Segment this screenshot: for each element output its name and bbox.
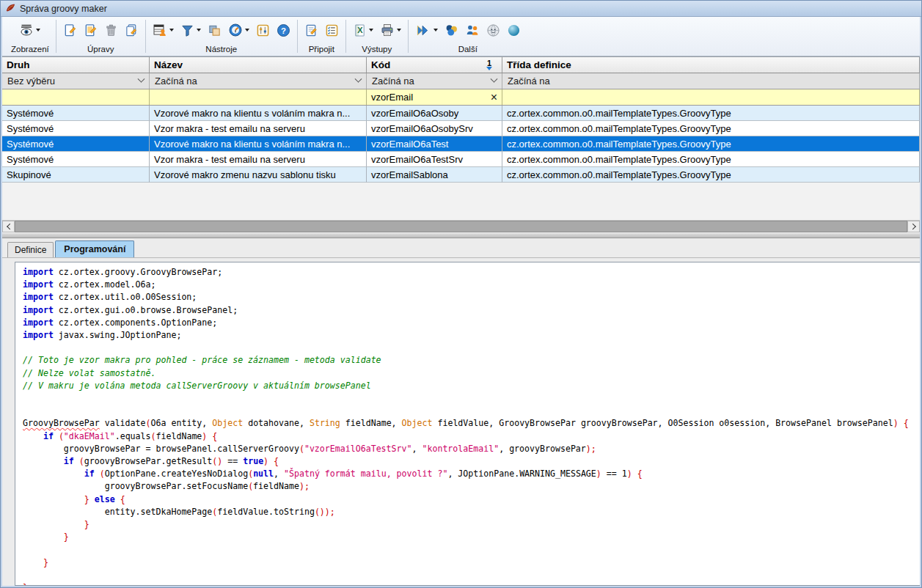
table-row[interactable]: SkupinovéVzorové makro zmenu nazvu sablo… [2, 167, 920, 183]
code-line [23, 392, 920, 405]
browse-settings-button[interactable] [153, 23, 174, 37]
scheduler-button[interactable] [228, 23, 249, 37]
table-cell[interactable]: cz.ortex.common.o0.mailTemplateTypes.Gro… [502, 136, 920, 152]
titlebar: Správa groovy maker [1, 1, 921, 17]
table-row[interactable]: SystémovéVzor makra - test emailu na ser… [2, 152, 920, 167]
table-cell[interactable]: Vzorové makro zmenu nazvu sablonu tisku [150, 167, 367, 183]
results-grid-body: SystémovéVzorové makro na klientu s volá… [2, 106, 920, 183]
table-cell[interactable]: Systémové [2, 106, 150, 121]
code-line: } [23, 556, 920, 569]
table-cell[interactable]: Skupinové [2, 167, 150, 183]
table-cell[interactable]: cz.ortex.common.o0.mailTemplateTypes.Gro… [502, 167, 920, 183]
table-cell[interactable]: cz.ortex.common.o0.mailTemplateTypes.Gro… [502, 152, 920, 167]
copy-record-button[interactable] [125, 23, 139, 37]
horizontal-scrollbar[interactable] [2, 220, 920, 232]
svg-text:X: X [357, 26, 363, 34]
sphere-button[interactable] [507, 23, 521, 37]
users-icon [465, 23, 480, 37]
more-chevrons-icon [415, 23, 431, 37]
tuning-button[interactable] [256, 23, 270, 37]
code-line: if (groovyBrowsePar.getResult() == true)… [23, 455, 920, 468]
table-cell[interactable]: Systémové [2, 136, 150, 152]
grid-header-row: Druh Název Kód 1 Třída definice [2, 57, 920, 73]
code-panel: import cz.ortex.groovy.GroovyBrowsePar;i… [2, 257, 920, 586]
new-record-button[interactable] [63, 23, 77, 37]
filter-button[interactable] [180, 23, 201, 37]
app-window: Správa groovy maker Zobrazení [0, 0, 922, 588]
toolbar-group-upravy: Úpravy [57, 18, 144, 55]
code-line: } [23, 518, 920, 531]
toolbar-group-pripojit: Připojit [299, 18, 345, 55]
dropdown-arrow-icon[interactable] [369, 29, 373, 32]
table-cell[interactable]: vzorEmailO6aOsoby [367, 106, 502, 121]
table-row[interactable]: SystémovéVzor makra - test emailu na ser… [2, 121, 920, 136]
table-cell[interactable]: Systémové [2, 152, 150, 167]
filter-combo-druh[interactable]: Bez výběru [2, 73, 150, 89]
excel-export-button[interactable]: X [353, 23, 373, 37]
table-cell[interactable]: vzorEmailO6aTestSrv [367, 152, 502, 167]
more-actions-button[interactable] [415, 23, 438, 37]
layers-button[interactable] [208, 23, 222, 37]
table-cell[interactable]: Vzor makra - test emailu na serveru [150, 152, 367, 167]
dropdown-arrow-icon[interactable] [197, 29, 201, 32]
dropdown-arrow-icon[interactable] [169, 29, 174, 32]
search-input-druh[interactable] [2, 89, 150, 105]
table-cell[interactable]: Systémové [2, 121, 150, 136]
column-header-trida-definice[interactable]: Třída definice [502, 57, 920, 73]
toolbar-separator [56, 20, 56, 53]
globe-face-button[interactable] [486, 23, 500, 37]
scroll-left-button[interactable] [2, 221, 15, 232]
filter-combo-kod[interactable]: Začíná na [367, 73, 502, 89]
dropdown-arrow-icon[interactable] [433, 29, 438, 32]
filter-combo-nazev[interactable]: Začíná na [150, 73, 367, 89]
tab-definice[interactable]: Definice [7, 242, 54, 257]
dropdown-arrow-icon[interactable] [245, 29, 249, 32]
users-button[interactable] [465, 23, 480, 37]
scroll-right-button[interactable] [907, 221, 920, 232]
code-editor-content[interactable]: import cz.ortex.groovy.GroovyBrowsePar;i… [15, 262, 920, 586]
search-input-kod[interactable]: vzorEmail × [367, 89, 502, 105]
toolbar-group-label: Nástroje [205, 45, 237, 54]
print-button[interactable] [380, 23, 401, 37]
table-cell[interactable]: vzorEmailSablona [367, 167, 502, 183]
checklist-button[interactable] [325, 23, 339, 37]
search-input-nazev[interactable] [150, 89, 367, 105]
help-button[interactable]: ? [277, 23, 290, 37]
checklist-icon [325, 23, 339, 37]
search-input-trida[interactable] [502, 89, 920, 105]
dropdown-arrow-icon[interactable] [397, 29, 401, 32]
table-cell[interactable]: Vzorové makro na klientu s voláním makra… [150, 106, 367, 121]
dropdown-arrow-icon[interactable] [36, 29, 40, 32]
code-line: if (OptionPane.createYesNoDialog(null, "… [23, 468, 920, 480]
column-header-nazev[interactable]: Název [150, 57, 367, 73]
column-header-druh[interactable]: Druh [2, 57, 150, 73]
chevron-down-icon [138, 76, 145, 83]
code-line: } [23, 531, 920, 543]
filter-combo-trida[interactable]: Začíná na [502, 73, 920, 89]
sort-indicator: 1 [486, 59, 492, 70]
table-row[interactable]: SystémovéVzorové makro na klientu s volá… [2, 106, 920, 121]
column-header-kod[interactable]: Kód 1 [367, 57, 502, 73]
view-eye-button[interactable] [19, 23, 40, 37]
attach-note-button[interactable] [304, 23, 318, 37]
toolbar-separator [408, 20, 409, 53]
table-row[interactable]: SystémovéVzorové makro na klientu s volá… [2, 136, 920, 152]
splitter-handle[interactable] [2, 232, 920, 238]
toolbar-group-label: Výstupy [362, 45, 392, 54]
table-cell[interactable]: cz.ortex.common.o0.mailTemplateTypes.Gro… [502, 106, 920, 121]
table-cell[interactable]: Vzor makra - test emailu na serveru [150, 121, 367, 136]
tab-programovani[interactable]: Programování [55, 240, 134, 257]
table-cell[interactable]: Vzorové makro na klientu s voláním makra… [150, 136, 367, 152]
table-cell[interactable]: vzorEmailO6aTest [367, 136, 502, 152]
table-cell[interactable]: cz.ortex.common.o0.mailTemplateTypes.Gro… [502, 121, 920, 136]
globe-face-icon [486, 23, 500, 37]
clear-filter-icon[interactable]: × [491, 92, 497, 103]
filter-funnel-icon [180, 23, 194, 37]
table-cell[interactable]: vzorEmailO6aOsobySrv [367, 121, 502, 136]
edit-record-button[interactable] [84, 23, 98, 37]
code-line [23, 405, 920, 417]
delete-record-button[interactable] [104, 23, 118, 37]
color-balls-button[interactable] [444, 23, 458, 37]
scrollbar-thumb[interactable] [15, 221, 907, 232]
code-line: if ("dkaEMail".equals(fieldName) { [23, 430, 920, 443]
